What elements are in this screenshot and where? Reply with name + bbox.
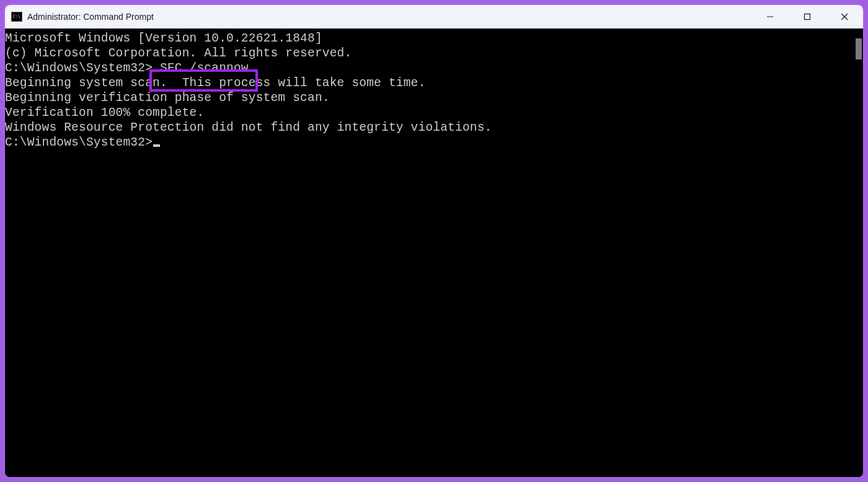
title-left: C:\ Administrator: Command Prompt	[11, 12, 751, 22]
close-button[interactable]	[826, 5, 863, 28]
terminal-line: Microsoft Windows [Version 10.0.22621.18…	[5, 31, 854, 46]
cursor	[153, 144, 160, 147]
titlebar[interactable]: C:\ Administrator: Command Prompt	[5, 5, 863, 28]
command-prompt-window: C:\ Administrator: Command Prompt Micros…	[4, 4, 864, 478]
terminal-line: C:\Windows\System32> SFC /scannow	[5, 61, 854, 76]
minimize-icon	[766, 13, 774, 20]
cmd-icon-text: C:\	[13, 15, 21, 19]
window-title: Administrator: Command Prompt	[27, 12, 154, 22]
prompt-text: C:\Windows\System32>	[5, 136, 153, 149]
terminal-body[interactable]: Microsoft Windows [Version 10.0.22621.18…	[5, 28, 863, 477]
scrollbar-vertical[interactable]	[854, 28, 863, 477]
scrollbar-thumb[interactable]	[856, 38, 862, 59]
terminal-line: Beginning verification phase of system s…	[5, 90, 854, 105]
window-controls	[751, 5, 863, 28]
command-text: SFC /scannow	[153, 61, 256, 75]
minimize-button[interactable]	[751, 5, 789, 28]
terminal-line: Verification 100% complete.	[5, 105, 854, 120]
terminal-line: Windows Resource Protection did not find…	[5, 120, 854, 135]
terminal-line: Beginning system scan. This process will…	[5, 76, 854, 90]
close-icon	[841, 13, 848, 20]
terminal-line: (c) Microsoft Corporation. All rights re…	[5, 46, 854, 61]
svg-rect-1	[805, 14, 810, 20]
terminal-line: C:\Windows\System32>	[5, 135, 854, 150]
cmd-icon: C:\	[11, 12, 22, 22]
prompt-text: C:\Windows\System32>	[5, 61, 153, 75]
maximize-button[interactable]	[789, 5, 826, 28]
maximize-icon	[804, 13, 811, 20]
terminal-content[interactable]: Microsoft Windows [Version 10.0.22621.18…	[5, 28, 854, 477]
